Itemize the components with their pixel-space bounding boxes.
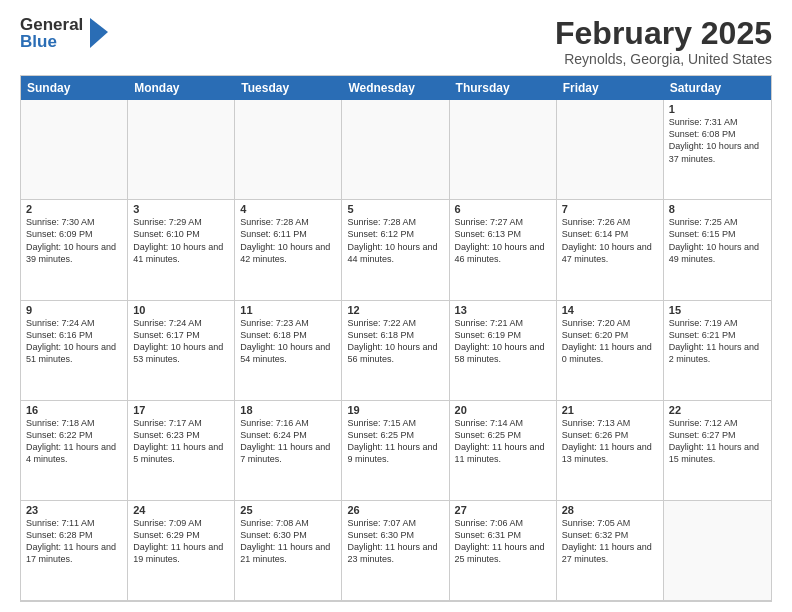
- cell-info: Sunrise: 7:28 AM Sunset: 6:12 PM Dayligh…: [347, 216, 443, 265]
- calendar-cell: 9Sunrise: 7:24 AM Sunset: 6:16 PM Daylig…: [21, 301, 128, 401]
- calendar-cell: 18Sunrise: 7:16 AM Sunset: 6:24 PM Dayli…: [235, 401, 342, 501]
- calendar-cell: [450, 100, 557, 200]
- logo-blue: Blue: [20, 33, 83, 50]
- calendar-cell: 15Sunrise: 7:19 AM Sunset: 6:21 PM Dayli…: [664, 301, 771, 401]
- cell-date: 14: [562, 304, 658, 316]
- cell-date: 11: [240, 304, 336, 316]
- cell-info: Sunrise: 7:30 AM Sunset: 6:09 PM Dayligh…: [26, 216, 122, 265]
- calendar-cell: 25Sunrise: 7:08 AM Sunset: 6:30 PM Dayli…: [235, 501, 342, 601]
- cell-date: 18: [240, 404, 336, 416]
- cell-date: 19: [347, 404, 443, 416]
- cell-info: Sunrise: 7:24 AM Sunset: 6:16 PM Dayligh…: [26, 317, 122, 366]
- cell-date: 24: [133, 504, 229, 516]
- cell-info: Sunrise: 7:15 AM Sunset: 6:25 PM Dayligh…: [347, 417, 443, 466]
- header: General Blue February 2025 Reynolds, Geo…: [20, 16, 772, 67]
- cell-date: 27: [455, 504, 551, 516]
- cell-info: Sunrise: 7:11 AM Sunset: 6:28 PM Dayligh…: [26, 517, 122, 566]
- day-header: Friday: [557, 76, 664, 100]
- cell-date: 6: [455, 203, 551, 215]
- page: General Blue February 2025 Reynolds, Geo…: [0, 0, 792, 612]
- cell-date: 22: [669, 404, 766, 416]
- calendar-cell: [342, 100, 449, 200]
- calendar-cell: [557, 100, 664, 200]
- cell-info: Sunrise: 7:09 AM Sunset: 6:29 PM Dayligh…: [133, 517, 229, 566]
- calendar-cell: [664, 501, 771, 601]
- calendar-cell: 5Sunrise: 7:28 AM Sunset: 6:12 PM Daylig…: [342, 200, 449, 300]
- cell-info: Sunrise: 7:25 AM Sunset: 6:15 PM Dayligh…: [669, 216, 766, 265]
- cell-info: Sunrise: 7:17 AM Sunset: 6:23 PM Dayligh…: [133, 417, 229, 466]
- cell-date: 8: [669, 203, 766, 215]
- calendar-cell: 14Sunrise: 7:20 AM Sunset: 6:20 PM Dayli…: [557, 301, 664, 401]
- cell-info: Sunrise: 7:13 AM Sunset: 6:26 PM Dayligh…: [562, 417, 658, 466]
- svg-marker-0: [90, 18, 108, 48]
- calendar-cell: 19Sunrise: 7:15 AM Sunset: 6:25 PM Dayli…: [342, 401, 449, 501]
- calendar: SundayMondayTuesdayWednesdayThursdayFrid…: [20, 75, 772, 602]
- day-header: Saturday: [664, 76, 771, 100]
- day-headers: SundayMondayTuesdayWednesdayThursdayFrid…: [21, 76, 771, 100]
- cell-date: 2: [26, 203, 122, 215]
- cell-info: Sunrise: 7:26 AM Sunset: 6:14 PM Dayligh…: [562, 216, 658, 265]
- cell-info: Sunrise: 7:27 AM Sunset: 6:13 PM Dayligh…: [455, 216, 551, 265]
- cell-info: Sunrise: 7:16 AM Sunset: 6:24 PM Dayligh…: [240, 417, 336, 466]
- cell-info: Sunrise: 7:18 AM Sunset: 6:22 PM Dayligh…: [26, 417, 122, 466]
- calendar-cell: 12Sunrise: 7:22 AM Sunset: 6:18 PM Dayli…: [342, 301, 449, 401]
- logo: General Blue: [20, 16, 108, 50]
- calendar-cell: 11Sunrise: 7:23 AM Sunset: 6:18 PM Dayli…: [235, 301, 342, 401]
- cell-date: 9: [26, 304, 122, 316]
- cell-info: Sunrise: 7:28 AM Sunset: 6:11 PM Dayligh…: [240, 216, 336, 265]
- cell-info: Sunrise: 7:14 AM Sunset: 6:25 PM Dayligh…: [455, 417, 551, 466]
- cell-date: 1: [669, 103, 766, 115]
- cell-date: 10: [133, 304, 229, 316]
- day-header: Monday: [128, 76, 235, 100]
- cell-date: 23: [26, 504, 122, 516]
- cell-info: Sunrise: 7:07 AM Sunset: 6:30 PM Dayligh…: [347, 517, 443, 566]
- cell-info: Sunrise: 7:20 AM Sunset: 6:20 PM Dayligh…: [562, 317, 658, 366]
- calendar-cell: 20Sunrise: 7:14 AM Sunset: 6:25 PM Dayli…: [450, 401, 557, 501]
- cell-date: 21: [562, 404, 658, 416]
- calendar-cell: 6Sunrise: 7:27 AM Sunset: 6:13 PM Daylig…: [450, 200, 557, 300]
- cell-date: 25: [240, 504, 336, 516]
- calendar-cell: 3Sunrise: 7:29 AM Sunset: 6:10 PM Daylig…: [128, 200, 235, 300]
- cell-info: Sunrise: 7:24 AM Sunset: 6:17 PM Dayligh…: [133, 317, 229, 366]
- calendar-cell: 22Sunrise: 7:12 AM Sunset: 6:27 PM Dayli…: [664, 401, 771, 501]
- cell-date: 15: [669, 304, 766, 316]
- day-header: Sunday: [21, 76, 128, 100]
- day-header: Thursday: [450, 76, 557, 100]
- cell-info: Sunrise: 7:23 AM Sunset: 6:18 PM Dayligh…: [240, 317, 336, 366]
- calendar-cell: 24Sunrise: 7:09 AM Sunset: 6:29 PM Dayli…: [128, 501, 235, 601]
- calendar-cell: 8Sunrise: 7:25 AM Sunset: 6:15 PM Daylig…: [664, 200, 771, 300]
- calendar-cell: [235, 100, 342, 200]
- day-header: Tuesday: [235, 76, 342, 100]
- cell-date: 7: [562, 203, 658, 215]
- cell-info: Sunrise: 7:19 AM Sunset: 6:21 PM Dayligh…: [669, 317, 766, 366]
- cell-date: 13: [455, 304, 551, 316]
- calendar-cell: 2Sunrise: 7:30 AM Sunset: 6:09 PM Daylig…: [21, 200, 128, 300]
- cell-date: 16: [26, 404, 122, 416]
- calendar-cell: 21Sunrise: 7:13 AM Sunset: 6:26 PM Dayli…: [557, 401, 664, 501]
- calendar-cell: 1Sunrise: 7:31 AM Sunset: 6:08 PM Daylig…: [664, 100, 771, 200]
- month-year: February 2025: [555, 16, 772, 51]
- calendar-cell: 16Sunrise: 7:18 AM Sunset: 6:22 PM Dayli…: [21, 401, 128, 501]
- cell-info: Sunrise: 7:21 AM Sunset: 6:19 PM Dayligh…: [455, 317, 551, 366]
- cell-date: 17: [133, 404, 229, 416]
- cell-date: 5: [347, 203, 443, 215]
- logo-icon: [86, 18, 108, 48]
- title-area: February 2025 Reynolds, Georgia, United …: [555, 16, 772, 67]
- cell-info: Sunrise: 7:31 AM Sunset: 6:08 PM Dayligh…: [669, 116, 766, 165]
- calendar-cell: 27Sunrise: 7:06 AM Sunset: 6:31 PM Dayli…: [450, 501, 557, 601]
- calendar-cell: 7Sunrise: 7:26 AM Sunset: 6:14 PM Daylig…: [557, 200, 664, 300]
- cell-info: Sunrise: 7:05 AM Sunset: 6:32 PM Dayligh…: [562, 517, 658, 566]
- calendar-cell: 13Sunrise: 7:21 AM Sunset: 6:19 PM Dayli…: [450, 301, 557, 401]
- cell-info: Sunrise: 7:08 AM Sunset: 6:30 PM Dayligh…: [240, 517, 336, 566]
- cell-info: Sunrise: 7:12 AM Sunset: 6:27 PM Dayligh…: [669, 417, 766, 466]
- calendar-cell: [128, 100, 235, 200]
- cell-date: 26: [347, 504, 443, 516]
- cell-date: 3: [133, 203, 229, 215]
- cell-date: 28: [562, 504, 658, 516]
- calendar-cell: [21, 100, 128, 200]
- day-header: Wednesday: [342, 76, 449, 100]
- cell-date: 20: [455, 404, 551, 416]
- cell-info: Sunrise: 7:22 AM Sunset: 6:18 PM Dayligh…: [347, 317, 443, 366]
- cell-date: 4: [240, 203, 336, 215]
- calendar-cell: 10Sunrise: 7:24 AM Sunset: 6:17 PM Dayli…: [128, 301, 235, 401]
